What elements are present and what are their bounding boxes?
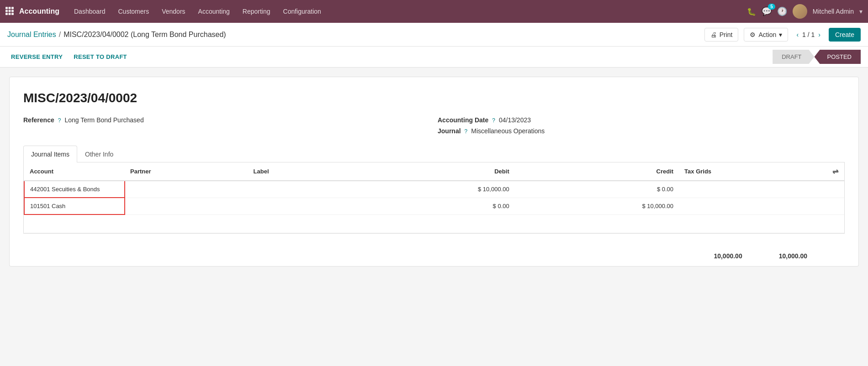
user-avatar[interactable]: [793, 4, 807, 19]
printer-icon: 🖨: [710, 31, 717, 38]
account-cell-2[interactable]: 101501 Cash: [24, 198, 125, 214]
journal-field: Journal ? Miscellaneous Operations: [438, 127, 845, 135]
journal-help[interactable]: ?: [465, 128, 468, 135]
reference-label: Reference: [23, 116, 54, 124]
col-debit: Debit: [350, 162, 514, 181]
partner-cell-2: [125, 198, 248, 214]
col-credit: Credit: [515, 162, 679, 181]
debit-cell-1: $ 10,000.00: [350, 181, 514, 198]
nav-reporting[interactable]: Reporting: [237, 5, 276, 18]
tax-grids-cell-1: [679, 181, 826, 198]
right-fields: Accounting Date ? 04/13/2023 Journal ? M…: [438, 116, 845, 135]
svg-rect-6: [5, 13, 8, 15]
svg-rect-3: [5, 10, 8, 12]
label-cell-2: [248, 198, 351, 214]
svg-rect-8: [11, 13, 14, 15]
table-row[interactable]: 101501 Cash $ 0.00 $ 10,000.00: [24, 198, 844, 214]
accounting-date-value: 04/13/2023: [499, 116, 531, 124]
tax-grids-cell-2: [679, 198, 826, 214]
accounting-date-label: Accounting Date: [438, 116, 488, 124]
next-button[interactable]: ›: [815, 29, 823, 40]
document-title: MISC/2023/04/0002: [23, 91, 845, 105]
create-button[interactable]: Create: [829, 28, 861, 42]
reference-value: Long Term Bond Purchased: [64, 116, 143, 124]
user-name[interactable]: Mitchell Admin: [813, 8, 854, 15]
nav-configuration[interactable]: Configuration: [278, 5, 327, 18]
table-header-row: Account Partner Label Debit Credit: [24, 162, 844, 181]
status-posted[interactable]: POSTED: [815, 50, 861, 64]
nav-vendors[interactable]: Vendors: [156, 5, 191, 18]
col-account: Account: [24, 162, 125, 181]
total-credit: 10,000.00: [779, 252, 807, 260]
breadcrumb-actions: 🖨 Print ⚙ Action ▾ ‹ 1 / 1 › Create: [704, 28, 861, 42]
left-fields: Reference ? Long Term Bond Purchased: [23, 116, 430, 135]
filter-icon[interactable]: ⇌: [832, 167, 838, 175]
app-name[interactable]: Accounting: [19, 7, 59, 16]
chat-icon[interactable]: 💬 5: [762, 6, 772, 16]
debit-cell-2: $ 0.00: [350, 198, 514, 214]
label-cell-1: [248, 181, 351, 198]
svg-rect-0: [5, 7, 8, 9]
svg-rect-5: [11, 10, 14, 12]
clock-icon[interactable]: 🕐: [777, 6, 787, 16]
totals-row: 10,000.00 10,000.00: [9, 246, 859, 267]
reference-field: Reference ? Long Term Bond Purchased: [23, 116, 430, 124]
breadcrumb-bar: Journal Entries / MISC/2023/04/0002 (Lon…: [0, 23, 868, 47]
col-partner: Partner: [125, 162, 248, 181]
document-card: MISC/2023/04/0002 Reference ? Long Term …: [9, 77, 859, 248]
totals-spacer: [15, 252, 714, 260]
user-menu-arrow[interactable]: ▾: [859, 8, 863, 15]
nav-customers[interactable]: Customers: [113, 5, 155, 18]
nav-accounting[interactable]: Accounting: [193, 5, 235, 18]
breadcrumb: Journal Entries / MISC/2023/04/0002 (Lon…: [7, 31, 704, 39]
bug-icon[interactable]: 🐛: [747, 7, 756, 16]
tab-journal-items[interactable]: Journal Items: [23, 146, 77, 162]
main-content: MISC/2023/04/0002 Reference ? Long Term …: [0, 68, 868, 276]
breadcrumb-current: MISC/2023/04/0002 (Long Term Bond Purcha…: [64, 31, 226, 39]
account-cell-1[interactable]: 442001 Secuities & Bonds: [24, 181, 125, 198]
prev-button[interactable]: ‹: [794, 29, 801, 40]
totals-values: 10,000.00 10,000.00: [714, 252, 853, 260]
action-bar: REVERSE ENTRY RESET TO DRAFT DRAFT POSTE…: [0, 47, 868, 68]
action-cell-2: [826, 198, 844, 214]
nav-dashboard[interactable]: Dashboard: [69, 5, 111, 18]
notification-badge: 5: [768, 4, 775, 10]
document-fields: Reference ? Long Term Bond Purchased Acc…: [23, 116, 845, 135]
status-pipeline: DRAFT POSTED: [773, 50, 861, 64]
breadcrumb-journal-entries[interactable]: Journal Entries: [7, 31, 56, 39]
journal-table-wrapper: Account Partner Label Debit Credit: [23, 162, 845, 234]
pagination: ‹ 1 / 1 ›: [794, 29, 823, 40]
action-cell-1: [826, 181, 844, 198]
page-count: 1 / 1: [802, 31, 815, 38]
journal-table: Account Partner Label Debit Credit: [24, 162, 844, 233]
tabs: Journal Items Other Info: [23, 146, 845, 162]
col-tax-grids: Tax Grids: [679, 162, 826, 181]
reverse-entry-button[interactable]: REVERSE ENTRY: [7, 52, 66, 62]
breadcrumb-separator: /: [59, 31, 61, 39]
gear-icon: ⚙: [750, 31, 756, 38]
action-button[interactable]: ⚙ Action ▾: [744, 28, 788, 42]
partner-cell-1: [125, 181, 248, 198]
nav-icons: 🐛 💬 5 🕐 Mitchell Admin ▾: [747, 4, 863, 19]
table-row[interactable]: 442001 Secuities & Bonds $ 10,000.00 $: [24, 181, 844, 198]
app-grid-icon[interactable]: [5, 7, 14, 16]
svg-rect-2: [11, 7, 14, 9]
journal-label: Journal: [438, 127, 461, 135]
col-filter: ⇌: [826, 162, 844, 181]
top-nav: Accounting Dashboard Customers Vendors A…: [0, 0, 868, 23]
reference-help[interactable]: ?: [58, 117, 61, 124]
reset-to-draft-button[interactable]: RESET TO DRAFT: [70, 52, 131, 62]
svg-rect-7: [9, 13, 11, 15]
credit-cell-1: $ 0.00: [515, 181, 679, 198]
col-label: Label: [248, 162, 351, 181]
empty-row: [24, 214, 844, 233]
status-draft[interactable]: DRAFT: [773, 50, 814, 64]
tab-other-info[interactable]: Other Info: [77, 146, 121, 162]
journal-value: Miscellaneous Operations: [471, 127, 545, 135]
accounting-date-field: Accounting Date ? 04/13/2023: [438, 116, 845, 124]
total-debit: 10,000.00: [714, 252, 742, 260]
action-dropdown-arrow: ▾: [779, 31, 782, 38]
print-button[interactable]: 🖨 Print: [704, 28, 739, 42]
accounting-date-help[interactable]: ?: [492, 117, 495, 124]
svg-rect-4: [9, 10, 11, 12]
